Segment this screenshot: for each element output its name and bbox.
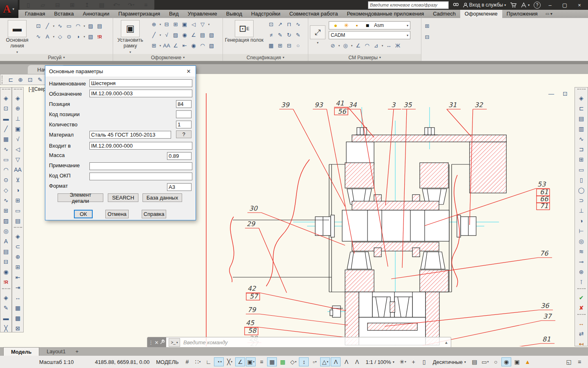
dim-drop1-icon[interactable]: ▾ [338, 42, 341, 49]
dim-point-icon[interactable]: ↔ [13, 292, 23, 303]
material-lookup-button[interactable]: ? [176, 130, 192, 138]
command-grip[interactable]: ⋮ ✕ [147, 337, 166, 348]
callout-76[interactable]: 76 [391, 249, 552, 279]
ribbon-tab-аннотации[interactable]: Аннотации [78, 10, 114, 18]
request-icon[interactable]: !R [1, 277, 11, 287]
dim-angle-icon[interactable]: ∠ [354, 42, 362, 49]
callout-79[interactable]: 79 [246, 306, 348, 325]
vp-restore-icon[interactable]: ⊡ [560, 88, 570, 99]
signin-button[interactable]: Вход в службы▾ [463, 2, 506, 8]
tag-icon[interactable]: ◎ [1, 226, 11, 236]
autodesk-share-icon[interactable]: ▾ [521, 2, 530, 8]
graphics-performance-icon[interactable]: ◉ [501, 357, 511, 366]
model-tab[interactable]: Модель [3, 347, 39, 356]
slope-icon[interactable]: ∠ [189, 31, 198, 39]
warning-icon[interactable]: ▲ [523, 357, 532, 366]
element-detail-button[interactable]: Элемент детали [58, 193, 103, 202]
pin2-icon[interactable]: ⊺ [577, 277, 586, 287]
ribbon-tab-главная[interactable]: Главная [20, 10, 49, 18]
command-history-arrow-icon[interactable]: ▲ [444, 340, 451, 345]
frame-icon[interactable]: ▭ [13, 205, 23, 215]
text-drop-icon[interactable]: ▾ [52, 33, 55, 40]
layer-lock-icon[interactable]: ▪ [352, 20, 362, 31]
save-as-icon[interactable]: ⊞ [67, 0, 77, 9]
callout-42[interactable]: 42 [246, 285, 346, 311]
callout-53[interactable]: 53 [425, 180, 550, 226]
surface-icon[interactable]: ⊂ [13, 241, 23, 251]
app-logo[interactable]: A ▼ [0, 0, 18, 18]
transparency-icon[interactable]: ▦ [267, 357, 277, 366]
ring-icon[interactable]: ◯ [577, 185, 586, 195]
marker-icon[interactable]: ◑ [13, 185, 23, 195]
spec-edit-icon[interactable]: ✎ [276, 31, 284, 39]
hatch-icon[interactable]: ▨ [1, 215, 11, 226]
isodraft-icon[interactable]: ╳▾ [225, 357, 234, 366]
move-face-icon[interactable]: ⇤ [13, 272, 23, 282]
panel-dims-label[interactable]: СМ Размеры▾ [308, 54, 421, 61]
annotation-scale-button[interactable]: 1:1 / 100%▾ [362, 359, 397, 365]
ribbon-tab-оформление[interactable]: Оформление [460, 10, 502, 18]
scale-icon[interactable]: ╳ [1, 323, 11, 333]
ortho-icon[interactable]: ∟ [203, 357, 213, 366]
view-drop-icon[interactable]: ▾ [159, 42, 162, 49]
spec-or-icon[interactable]: ∿ [294, 20, 302, 28]
mainline-icon[interactable]: ▬ [1, 113, 11, 123]
print-icon[interactable]: ▤ [97, 0, 107, 9]
edit-polyline-icon[interactable]: ⊞ [423, 22, 431, 30]
spline-icon[interactable]: ∿ [1, 195, 11, 205]
close-button[interactable]: × [574, 2, 585, 8]
ribbon-tab-надстройки[interactable]: Надстройки [247, 10, 285, 18]
command-input[interactable]: Введите команду [183, 339, 444, 346]
spec-export-icon[interactable]: ⊟ [285, 42, 293, 49]
text-icon[interactable]: A [43, 33, 51, 40]
toolbar-grip[interactable] [2, 76, 4, 84]
spec-multi-icon[interactable]: ≠ [267, 31, 275, 39]
nav-compass2-icon[interactable]: ◈ [13, 93, 23, 103]
polar-tracking-icon[interactable]: ◔▾ [214, 357, 224, 366]
dim-chain-icon[interactable]: ⇄ [577, 328, 586, 339]
center-mark-icon[interactable]: ⊕ [150, 20, 158, 28]
callout-56[interactable]: 56 [334, 108, 348, 115]
panel-draw-label[interactable]: Рисуй▾ [0, 54, 113, 61]
dim-diameter-icon[interactable]: ⊘ [329, 42, 337, 49]
layer-color-swatch[interactable]: ■ [363, 20, 372, 31]
part-base-icon[interactable]: ⊏ [6, 74, 16, 85]
fillet-icon[interactable]: ◠ [198, 42, 207, 49]
arc-icon[interactable]: ◠ [1, 164, 11, 175]
callout-29[interactable]: 29 [245, 220, 287, 293]
ribbon-tab-приложения[interactable]: Приложения [502, 10, 542, 18]
spec-update-icon[interactable]: ↻ [285, 31, 293, 39]
command-close-icon[interactable]: ✕ [154, 340, 158, 346]
t-part2-icon[interactable]: ⊢ [577, 226, 586, 236]
roughness-icon[interactable]: √ [13, 134, 23, 144]
toolbar-grip[interactable] [577, 314, 586, 317]
panel-spec-label[interactable]: Спецификация▾ [223, 54, 308, 61]
table-edit-icon[interactable]: ▤ [96, 22, 104, 30]
circle-icon[interactable]: ⊙ [1, 175, 11, 185]
nav3-icon[interactable]: ◈ [13, 231, 23, 241]
table-icon[interactable]: ▤ [1, 246, 11, 256]
lineweight-icon[interactable]: ≡ [256, 357, 266, 366]
isolate-objects-icon[interactable]: ○ [491, 357, 501, 366]
spec-add-icon[interactable]: ↗ [276, 20, 284, 28]
hatch-area-icon[interactable]: ▨ [172, 31, 180, 39]
qat-customize-icon[interactable]: ≡ [141, 0, 151, 9]
callout-66[interactable]: 66 [537, 195, 550, 203]
taper-icon[interactable]: ◁ [13, 144, 23, 154]
spec-insert-icon[interactable]: ⊡ [267, 20, 275, 28]
vkhodit-v-input[interactable] [89, 142, 192, 150]
section-icon[interactable]: ⊞ [172, 20, 180, 28]
search-input[interactable]: Введите ключевое слово/фразу [368, 1, 449, 9]
naimenovanie-input[interactable] [89, 79, 192, 87]
new-file-icon[interactable]: ▯ [23, 0, 33, 9]
bearing-icon[interactable]: ⊕ [16, 74, 25, 85]
annotation-visibility-icon[interactable]: Λ [331, 357, 341, 366]
dialog-close-icon[interactable]: ✕ [182, 66, 196, 76]
offset-icon[interactable]: ⇤ [180, 42, 189, 49]
selection-filter-icon[interactable]: ▫▾ [310, 357, 319, 366]
rectangle-icon[interactable]: ▭ [65, 22, 73, 30]
request-icon[interactable]: !R [96, 33, 104, 40]
oboznachenie-input[interactable] [89, 90, 192, 97]
help-button[interactable]: ? [534, 2, 541, 9]
grid-blocks-icon[interactable]: ⊞ [13, 262, 23, 272]
